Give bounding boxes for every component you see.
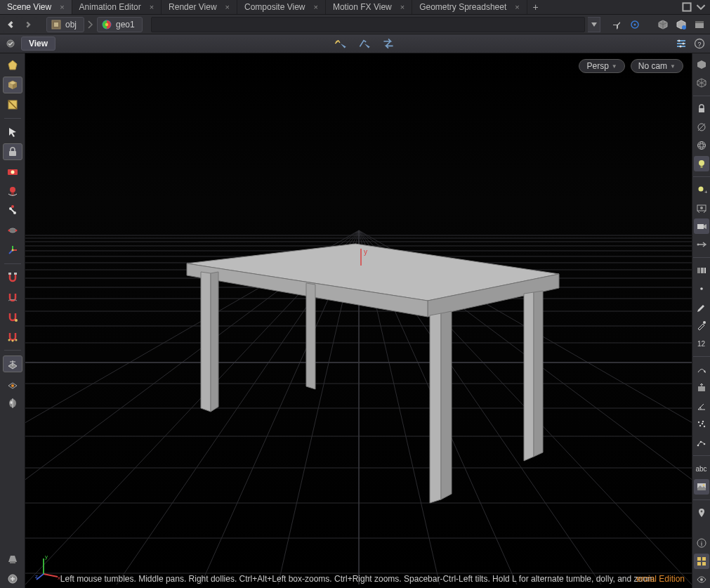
help-icon[interactable]: ?: [692, 36, 707, 51]
snap-point-icon[interactable]: [3, 308, 22, 325]
svg-point-120: [697, 244, 699, 246]
svg-point-113: [699, 160, 704, 166]
path-input[interactable]: [151, 17, 585, 32]
abc-label[interactable]: abc: [694, 461, 709, 476]
svg-point-137: [702, 484, 704, 486]
breadcrumb-obj[interactable]: obj: [46, 17, 84, 32]
chevron-down-icon: ▼: [670, 63, 676, 70]
cube-icon[interactable]: [655, 17, 671, 32]
handle-tool-icon[interactable]: [333, 36, 348, 51]
sel-objects-icon[interactable]: [3, 57, 22, 74]
tab-composite-view[interactable]: Composite View ×: [237, 0, 326, 14]
dot-icon[interactable]: [694, 281, 709, 296]
svg-point-40: [8, 339, 10, 341]
panel-icon[interactable]: [692, 17, 707, 32]
pane-menu-icon[interactable]: [696, 2, 706, 12]
shade-icon[interactable]: [694, 57, 709, 72]
snap-curve-icon[interactable]: [3, 289, 22, 306]
view-title-button[interactable]: View: [21, 37, 55, 51]
add-tab-button[interactable]: +: [527, 0, 544, 14]
tab-animation-editor[interactable]: Animation Editor ×: [72, 0, 162, 14]
snap-icon[interactable]: [3, 269, 22, 286]
nav-forward-button[interactable]: [21, 17, 37, 32]
close-icon[interactable]: ×: [400, 3, 405, 11]
globe-icon[interactable]: [694, 138, 709, 153]
tab-scene-view[interactable]: Scene View ×: [0, 0, 72, 14]
main-row: y Persp ▼ No cam ▼ x y z: [0, 53, 710, 588]
select-arrow-icon[interactable]: [3, 124, 22, 141]
close-icon[interactable]: ×: [313, 3, 317, 11]
svg-point-128: [697, 422, 699, 423]
frame-sel-icon[interactable]: [694, 200, 709, 216]
close-icon[interactable]: ×: [150, 3, 154, 11]
tab-motion-fx-view[interactable]: Motion FX View ×: [326, 0, 412, 14]
bones-icon[interactable]: [3, 202, 22, 219]
axis-tool-icon[interactable]: [3, 242, 22, 259]
svg-point-145: [700, 578, 703, 581]
background-icon[interactable]: [694, 479, 709, 495]
svg-point-129: [702, 421, 703, 422]
close-icon[interactable]: ×: [60, 3, 64, 11]
tab-geometry-spreadsheet[interactable]: Geometry Spreadsheet ×: [412, 0, 527, 14]
muscle-icon[interactable]: [3, 222, 22, 239]
view-menu-icon[interactable]: [3, 36, 18, 51]
viewport[interactable]: y Persp ▼ No cam ▼ x y z: [25, 53, 692, 588]
svg-rect-121: [697, 268, 700, 273]
svg-rect-21: [9, 151, 16, 156]
camera-icon[interactable]: [694, 218, 709, 234]
face-normals-icon[interactable]: [694, 380, 709, 396]
lock-display-icon[interactable]: [694, 101, 709, 117]
angle-icon[interactable]: [694, 398, 709, 414]
lock-icon[interactable]: [3, 143, 22, 160]
nav-back-button[interactable]: [3, 17, 18, 32]
ghost-icon[interactable]: [694, 119, 709, 135]
cplane-icon[interactable]: [3, 355, 22, 372]
picker-icon[interactable]: [694, 318, 709, 333]
brush-icon[interactable]: [694, 299, 709, 315]
target-icon[interactable]: [627, 17, 643, 32]
cplane2-icon[interactable]: [3, 375, 22, 392]
wire-icon[interactable]: [694, 75, 709, 91]
mirror-icon[interactable]: [3, 395, 22, 412]
twelve-label[interactable]: 12: [694, 336, 709, 351]
pin-icon[interactable]: [609, 17, 624, 32]
path-dropdown-button[interactable]: [588, 17, 600, 32]
swap-icon[interactable]: [381, 36, 396, 51]
display-opts-icon[interactable]: [694, 263, 709, 278]
marker-icon[interactable]: [694, 505, 709, 521]
settings-icon[interactable]: [673, 36, 689, 51]
maximize-icon[interactable]: [682, 2, 692, 12]
dolly-zoom-icon[interactable]: [694, 237, 709, 252]
svg-rect-122: [701, 268, 704, 273]
svg-rect-123: [704, 268, 706, 273]
layout-grid-icon[interactable]: [694, 554, 709, 569]
handle-tool2-icon[interactable]: [357, 36, 372, 51]
cube-highlight-icon[interactable]: [673, 17, 689, 32]
camera-dropdown[interactable]: No cam ▼: [631, 59, 683, 73]
svg-rect-37: [8, 273, 11, 275]
shelf-icon[interactable]: [3, 551, 22, 568]
svg-rect-25: [11, 192, 14, 195]
info-icon[interactable]: i: [694, 535, 709, 551]
view-type-dropdown[interactable]: Persp ▼: [579, 59, 624, 73]
tab-label: Scene View: [7, 2, 51, 12]
scatter-icon[interactable]: [694, 417, 709, 432]
eye-icon[interactable]: [694, 572, 709, 587]
trail-icon[interactable]: [694, 435, 709, 450]
sel-edges-icon[interactable]: [3, 96, 22, 113]
capture-icon[interactable]: [3, 163, 22, 180]
tab-render-view[interactable]: Render View ×: [162, 0, 237, 14]
bulb-add-icon[interactable]: +: [694, 182, 709, 197]
close-icon[interactable]: ×: [515, 3, 519, 11]
sel-faces-icon[interactable]: [3, 77, 22, 93]
grid-floor-icon: [25, 53, 692, 584]
viewport-canvas[interactable]: y Persp ▼ No cam ▼ x y z: [25, 53, 692, 588]
snap-multi-icon[interactable]: [3, 328, 22, 345]
bulb-icon[interactable]: [694, 156, 709, 171]
sweep-icon[interactable]: [694, 362, 709, 377]
lights-icon[interactable]: [3, 183, 22, 200]
expand-icon[interactable]: [3, 570, 22, 587]
close-icon[interactable]: ×: [225, 3, 230, 11]
svg-rect-2: [54, 22, 58, 27]
breadcrumb-geo1[interactable]: geo1: [97, 17, 143, 32]
